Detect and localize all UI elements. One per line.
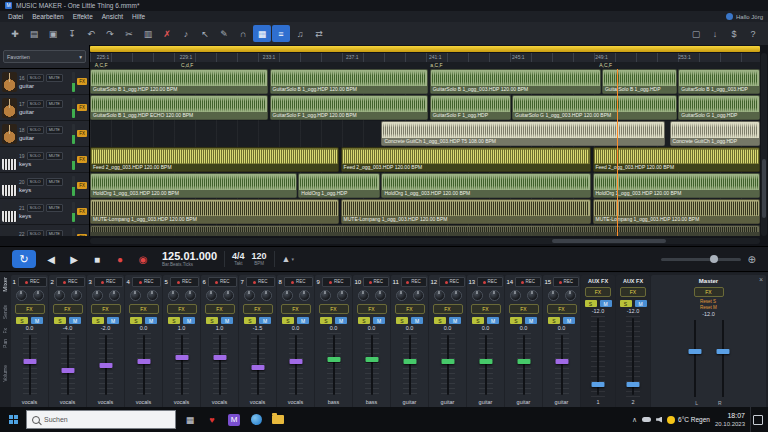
solo-button[interactable]: SOLO [27,204,44,212]
master-fx-button[interactable]: FX [694,287,724,297]
solo-button[interactable]: S [396,317,408,324]
send1-knob[interactable] [54,290,65,301]
send2-knob[interactable] [565,290,576,301]
export-icon[interactable]: ↧ [63,25,81,42]
fader-cap[interactable] [327,357,340,362]
magnet-snap-icon[interactable]: ∩ [234,25,252,42]
mute-button[interactable]: M [525,317,537,324]
audio-clip[interactable]: Feed 2_ogg_003.HDP 120.00 BPM [341,147,592,172]
fx-button[interactable]: FX [15,304,45,314]
open-project-icon[interactable]: ▤ [25,25,43,42]
fader-cap[interactable] [592,382,605,387]
track-fx-button[interactable]: FX [77,208,87,215]
rec-button[interactable]: REC [363,277,388,287]
audio-clip[interactable]: Feed 2_ogg_003.HDP 120.00 BPM [90,147,339,172]
mute-button[interactable]: M [635,300,647,307]
track-fx-button[interactable]: FX [77,130,87,137]
send2-knob[interactable] [223,290,234,301]
rec-button[interactable]: REC [322,277,351,287]
solo-button[interactable]: S [548,317,560,324]
fx-button[interactable]: FX [547,304,577,314]
audio-clip[interactable]: GuitarSolo F 1_ogg.HDP [430,95,511,120]
fader-cap[interactable] [175,355,188,360]
solo-button[interactable]: SOLO [27,74,44,82]
mute-button[interactable]: M [183,317,195,324]
rec-button[interactable]: REC [439,277,464,287]
volume-fader[interactable] [87,333,124,397]
solo-button[interactable]: S [130,317,142,324]
track-header[interactable]: 16 SOLO MUTE guitar FX [0,69,89,95]
weather-widget[interactable]: 6°C Regen [667,416,710,424]
send2-knob[interactable] [489,290,500,301]
browser-icon[interactable] [246,407,266,432]
solo-button[interactable]: S [585,300,597,307]
mute-button[interactable]: M [69,317,81,324]
quantize-icon[interactable]: ♫ [291,25,309,42]
onedrive-icon[interactable] [642,417,651,422]
skip-to-start-button[interactable]: ◀ [43,254,59,265]
volume-fader[interactable] [505,333,542,397]
mute-button[interactable]: M [373,317,385,324]
solo-button[interactable]: SOLO [27,152,44,160]
volume-fader[interactable] [391,333,428,397]
fx-button[interactable]: FX [585,287,611,297]
solo-button[interactable]: S [320,317,332,324]
menu-item[interactable]: Datei [5,13,26,20]
music-maker-app-icon[interactable]: M [224,407,244,432]
mute-button[interactable]: M [31,317,43,324]
solo-button[interactable]: SOLO [27,100,44,108]
send2-knob[interactable] [147,290,158,301]
solo-button[interactable]: S [282,317,294,324]
master-fader-left[interactable] [688,318,702,399]
close-mixer-icon[interactable]: × [759,276,763,283]
mute-button[interactable]: M [335,317,347,324]
rec-button[interactable]: REC [208,277,237,287]
object-list-icon[interactable]: ≡ [272,25,290,42]
fx-button[interactable]: FX [620,287,646,297]
zoom-slider[interactable] [661,258,741,261]
new-project-icon[interactable]: ✚ [6,25,24,42]
solo-button[interactable]: S [358,317,370,324]
track-header[interactable]: 21 SOLO MUTE keys FX [0,199,89,225]
send1-knob[interactable] [92,290,103,301]
metronome-button[interactable]: ▲ ▾ [282,254,294,264]
send1-knob[interactable] [548,290,559,301]
solo-button[interactable]: S [206,317,218,324]
taskbar-search[interactable]: Suchen [26,410,176,429]
send1-knob[interactable] [510,290,521,301]
volume-icon[interactable] [656,417,662,423]
audio-clip[interactable]: HoldOrg 1_ogg_003.HDP 120.00 BPM [90,173,297,198]
send2-knob[interactable] [413,290,424,301]
fx-button[interactable]: FX [357,304,387,314]
track-lanes[interactable]: GuitarSolo B 1_ogg.HDP 120.00 BPM Guitar… [90,69,760,236]
volume-fader[interactable] [277,333,314,397]
notification-center-button[interactable] [750,407,765,432]
mute-button[interactable]: M [449,317,461,324]
fader-cap[interactable] [137,359,150,364]
send1-knob[interactable] [168,290,179,301]
fx-button[interactable]: FX [91,304,121,314]
zoom-icon[interactable]: ⊕ [748,254,756,265]
track-fx-button[interactable]: FX [77,78,87,85]
aux-fader[interactable] [581,316,615,397]
solo-button[interactable]: S [54,317,66,324]
send1-knob[interactable] [206,290,217,301]
solo-button[interactable]: S [472,317,484,324]
mute-button[interactable]: M [145,317,157,324]
record-mode-button[interactable]: ◉ [135,254,151,265]
redo-icon[interactable]: ↷ [101,25,119,42]
file-explorer-icon[interactable] [268,407,288,432]
mute-button[interactable]: M [563,317,575,324]
copy-icon[interactable]: ▥ [139,25,157,42]
rec-button[interactable]: REC [94,277,123,287]
fx-button[interactable]: FX [433,304,463,314]
solo-button[interactable]: S [244,317,256,324]
rec-button[interactable]: REC [18,277,47,287]
track-header[interactable]: 22 SOLO MUTE keys FX [0,225,89,236]
grid-icon[interactable]: ▦ [253,25,271,42]
delete-icon[interactable]: ✗ [158,25,176,42]
audio-clip[interactable]: GuitarSolo B 1_ogg.HDP 120.00 BPM [270,69,429,94]
vertical-scrollbar[interactable] [761,53,767,236]
track-preset-dropdown[interactable]: Favoriten ▾ [3,50,86,63]
fader-cap[interactable] [23,359,36,364]
